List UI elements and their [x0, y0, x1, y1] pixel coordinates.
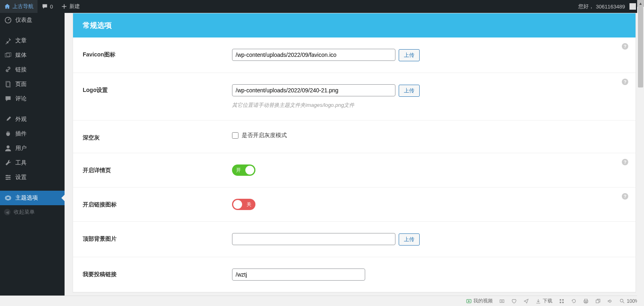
tabs-icon[interactable]	[595, 298, 601, 304]
sidebar-item-label: 外观	[15, 116, 27, 123]
sidebar-item-appearance[interactable]: 外观	[0, 112, 65, 127]
print-icon[interactable]	[583, 298, 589, 304]
upload-button[interactable]: 上传	[399, 49, 420, 61]
sidebar-item-theme-options[interactable]: 主题选项	[0, 191, 65, 205]
username-text: 3061163489	[596, 4, 625, 10]
topbar-comments[interactable]: 0	[38, 0, 57, 13]
topbg-input[interactable]	[232, 233, 395, 245]
help-icon[interactable]: ?	[622, 79, 628, 85]
svg-rect-10	[500, 300, 504, 302]
svg-point-7	[8, 177, 10, 178]
sidebar-item-label: 仪表盘	[15, 17, 32, 24]
bottom-bar: 我的视频 下载 100%	[0, 296, 644, 306]
svg-rect-17	[584, 300, 588, 302]
toggle-knob	[245, 166, 254, 175]
submit-link-input[interactable]	[232, 269, 365, 281]
admin-topbar: 上古导航 0 新建 您好，3061163489	[0, 0, 644, 13]
sidebar-item-label: 文章	[15, 37, 27, 44]
admin-sidebar: 仪表盘 文章 媒体 链接 页面 评论 外观 插件 用户 工具 设置	[0, 13, 65, 306]
sidebar-item-users[interactable]: 用户	[0, 141, 65, 156]
sidebar-item-label: 页面	[15, 81, 27, 88]
upload-button[interactable]: 上传	[399, 233, 420, 246]
window-scrollbar[interactable]: ▲	[637, 0, 644, 306]
wrench-icon	[4, 159, 12, 167]
sidebar-item-posts[interactable]: 文章	[0, 33, 65, 48]
logo-input[interactable]	[232, 84, 395, 96]
linkicon-toggle[interactable]: 关	[232, 199, 255, 210]
link-icon	[4, 66, 12, 74]
heart-icon[interactable]	[511, 298, 517, 304]
gray-checkbox[interactable]	[232, 132, 238, 139]
field-link-icon: ? 开启链接图标 关	[73, 187, 636, 222]
sidebar-item-links[interactable]: 链接	[0, 62, 65, 77]
field-top-bg: 顶部背景图片 上传	[73, 222, 636, 257]
screenshot-icon[interactable]	[499, 298, 505, 304]
svg-point-20	[620, 299, 623, 302]
help-icon[interactable]: ?	[622, 43, 628, 50]
topbar-comments-count: 0	[50, 4, 53, 10]
sliders-icon	[4, 173, 12, 181]
media-icon	[4, 51, 12, 59]
content-area: 常规选项 ? Favicon图标 上传 ? Logo设置 上传 其它位置请手动替…	[65, 13, 644, 296]
svg-point-8	[6, 179, 8, 180]
zoom-icon	[619, 298, 625, 304]
sidebar-item-settings[interactable]: 设置	[0, 170, 65, 185]
general-options-panel: 常规选项 ? Favicon图标 上传 ? Logo设置 上传 其它位置请手动替…	[73, 13, 636, 293]
sidebar-collapse[interactable]: ◀ 收起菜单	[0, 205, 65, 219]
toggle-knob	[233, 200, 242, 209]
field-label: 顶部背景图片	[83, 233, 232, 246]
help-icon[interactable]: ?	[622, 193, 628, 200]
bb-download[interactable]: 下载	[535, 298, 552, 304]
bb-zoom[interactable]: 100%	[619, 298, 639, 304]
pin-icon	[4, 37, 12, 45]
field-favicon: ? Favicon图标 上传	[73, 37, 636, 73]
field-submit-link: 我要投稿链接	[73, 257, 636, 292]
greeting-text: 您好，	[578, 3, 594, 10]
sidebar-item-label: 用户	[15, 145, 27, 152]
field-label: Logo设置	[83, 84, 232, 109]
svg-rect-16	[585, 299, 588, 301]
scroll-thumb[interactable]	[638, 7, 643, 87]
sidebar-item-pages[interactable]: 页面	[0, 77, 65, 92]
checkbox-label: 是否开启灰度模式	[242, 132, 287, 139]
field-label: 我要投稿链接	[83, 269, 232, 281]
gear-icon	[4, 194, 12, 202]
toggle-label: 关	[247, 201, 251, 208]
gray-checkbox-wrap[interactable]: 是否开启灰度模式	[232, 132, 626, 139]
toggle-label: 开	[236, 167, 241, 174]
help-icon[interactable]: ?	[622, 159, 628, 165]
svg-point-11	[502, 300, 503, 302]
download-icon	[535, 298, 541, 304]
sidebar-item-label: 收起菜单	[14, 208, 35, 216]
sidebar-item-comments[interactable]: 评论	[0, 92, 65, 106]
detail-toggle[interactable]: 开	[232, 164, 255, 176]
refresh-icon[interactable]	[571, 298, 577, 304]
brush-icon	[4, 115, 12, 123]
comment-icon	[4, 95, 12, 103]
speaker-icon[interactable]	[607, 298, 613, 304]
favicon-input[interactable]	[232, 49, 395, 61]
sidebar-item-tools[interactable]: 工具	[0, 156, 65, 170]
svg-rect-14	[560, 302, 561, 303]
bb-video[interactable]: 我的视频	[466, 298, 493, 304]
grid-icon[interactable]	[559, 298, 565, 304]
send-icon[interactable]	[523, 298, 529, 304]
sidebar-item-dashboard[interactable]: 仪表盘	[0, 13, 65, 27]
collapse-icon: ◀	[4, 209, 10, 215]
topbar-user[interactable]: 您好，3061163489	[574, 3, 640, 10]
bb-download-label: 下载	[543, 298, 552, 304]
sidebar-item-plugins[interactable]: 插件	[0, 127, 65, 141]
panel-title: 常规选项	[73, 13, 636, 37]
topbar-site[interactable]: 上古导航	[0, 0, 38, 13]
scroll-up-button[interactable]: ▲	[637, 0, 644, 7]
topbar-new[interactable]: 新建	[57, 0, 84, 13]
topbar-new-label: 新建	[69, 3, 80, 10]
page-icon	[4, 80, 12, 88]
dashboard-icon	[4, 16, 12, 24]
sidebar-item-media[interactable]: 媒体	[0, 48, 65, 62]
field-detail-page: ? 开启详情页 开	[73, 153, 636, 187]
upload-button[interactable]: 上传	[399, 85, 420, 97]
svg-rect-15	[562, 302, 564, 303]
topbar-site-name: 上古导航	[13, 3, 33, 10]
plus-icon	[61, 3, 67, 10]
